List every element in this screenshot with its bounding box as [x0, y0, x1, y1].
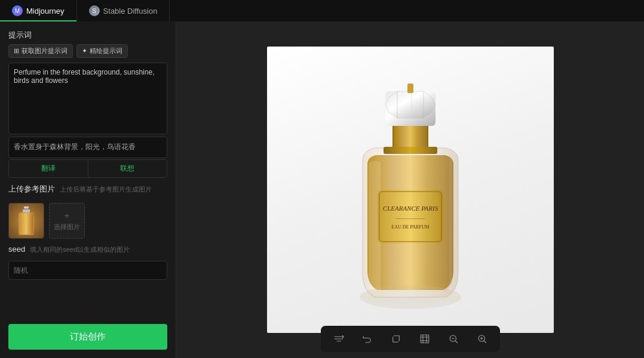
- flip-icon-svg: [333, 334, 344, 344]
- svg-rect-11: [394, 125, 427, 148]
- image-container: CLEARANCE PARIS —————— EAU DE PARFUM: [267, 47, 554, 333]
- zoom-out-icon-svg: [448, 334, 459, 344]
- thumb-perfume-bg: [9, 203, 44, 238]
- svg-rect-2: [24, 206, 29, 208]
- svg-text:——————: ——————: [395, 215, 425, 221]
- tab-midjourney-label: Midjourney: [26, 7, 65, 16]
- prompt-actions: ⊞ 获取图片提示词 ✦ 精绘提示词: [8, 44, 167, 58]
- midjourney-icon: M: [12, 5, 23, 16]
- extract-icon: ⊞: [14, 47, 19, 55]
- right-panel: CLEARANCE PARIS —————— EAU DE PARFUM: [176, 21, 644, 358]
- upload-section-title: 上传参考图片: [8, 184, 55, 195]
- crop-icon[interactable]: [388, 331, 404, 347]
- uploaded-thumb-1[interactable]: [8, 203, 44, 239]
- thumb-perfume-svg: [14, 205, 38, 237]
- svg-text:CLEARANCE PARIS: CLEARANCE PARIS: [382, 205, 438, 212]
- extract-prompt-btn[interactable]: ⊞ 获取图片提示词: [8, 44, 73, 58]
- undo-icon-svg: [362, 334, 373, 344]
- prompt-section: 提示词 ⊞ 获取图片提示词 ✦ 精绘提示词 Perfume in the for…: [8, 30, 167, 178]
- frame-icon-svg: [419, 334, 430, 344]
- crop-icon-svg: [391, 334, 401, 344]
- zoom-in-icon[interactable]: [474, 331, 490, 347]
- generate-btn[interactable]: 订始创作: [8, 324, 167, 350]
- upload-subtitle: 上传后将基于参考图片生成图片: [60, 185, 152, 194]
- svg-rect-4: [19, 213, 33, 234]
- tab-stable-diffusion-label: Stable Diffusion: [103, 7, 158, 16]
- svg-point-18: [360, 285, 461, 309]
- seed-subtitle: 填入相同的seed以生成相似的图片: [30, 245, 130, 254]
- perfume-display: CLEARANCE PARIS —————— EAU DE PARFUM: [267, 47, 554, 333]
- add-image-label: 选择图片: [54, 223, 80, 232]
- frame-icon[interactable]: [416, 331, 433, 347]
- svg-rect-17: [407, 84, 413, 93]
- stable-diffusion-icon: S: [89, 5, 100, 16]
- refine-prompt-btn[interactable]: ✦ 精绘提示词: [76, 44, 128, 58]
- bottom-toolbar: [321, 326, 500, 352]
- zoom-in-icon-svg: [477, 334, 487, 344]
- seed-section: seed 填入相同的seed以生成相似的图片: [8, 245, 167, 280]
- tab-stable-diffusion[interactable]: S Stable Diffusion: [77, 0, 170, 21]
- svg-rect-12: [384, 147, 437, 154]
- chinese-prompt-display: 香水置身于森林背景，阳光，鸟语花香: [8, 137, 167, 158]
- perfume-bottle-svg: CLEARANCE PARIS —————— EAU DE PARFUM: [315, 58, 506, 321]
- svg-line-26: [484, 341, 486, 343]
- translate-btn[interactable]: 翻译: [9, 160, 88, 177]
- undo-icon[interactable]: [359, 331, 376, 347]
- svg-text:EAU DE PARFUM: EAU DE PARFUM: [391, 224, 429, 230]
- seed-input[interactable]: [8, 261, 167, 280]
- seed-title-row: seed 填入相同的seed以生成相似的图片: [8, 245, 167, 257]
- upload-title-row: 上传参考图片 上传后将基于参考图片生成图片: [8, 184, 167, 198]
- left-panel: 提示词 ⊞ 获取图片提示词 ✦ 精绘提示词 Perfume in the for…: [0, 21, 176, 358]
- seed-title: seed: [8, 245, 25, 254]
- upload-section: 上传参考图片 上传后将基于参考图片生成图片: [8, 184, 167, 239]
- plus-icon: +: [64, 211, 69, 221]
- flip-icon[interactable]: [330, 331, 347, 347]
- svg-line-22: [455, 341, 458, 343]
- zoom-out-icon[interactable]: [445, 331, 462, 347]
- prompt-textarea[interactable]: Perfume in the forest background, sunshi…: [8, 63, 167, 134]
- upload-images-row: + 选择图片: [8, 203, 167, 239]
- prompt-section-title: 提示词: [8, 30, 167, 41]
- translate-row: 翻译 联想: [8, 159, 167, 178]
- add-image-btn[interactable]: + 选择图片: [49, 203, 85, 239]
- tab-bar: M Midjourney S Stable Diffusion: [0, 0, 644, 21]
- svg-rect-19: [421, 335, 429, 343]
- copy-btn[interactable]: 联想: [88, 160, 167, 177]
- tab-midjourney[interactable]: M Midjourney: [0, 0, 77, 21]
- main-layout: 提示词 ⊞ 获取图片提示词 ✦ 精绘提示词 Perfume in the for…: [0, 21, 644, 358]
- refine-icon: ✦: [82, 47, 87, 55]
